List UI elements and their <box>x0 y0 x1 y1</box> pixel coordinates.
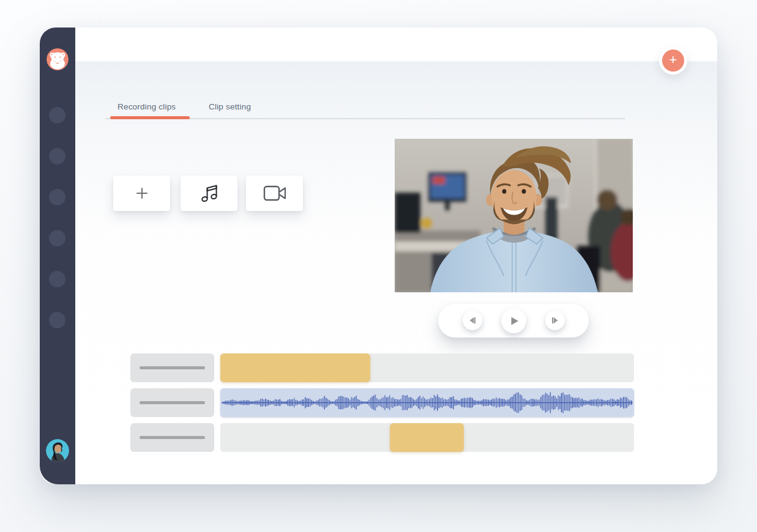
timeline-clip[interactable] <box>220 353 370 382</box>
app-logo[interactable] <box>47 48 69 70</box>
play-icon <box>508 315 520 327</box>
app-window: + Recording clips Clip setting <box>40 28 717 484</box>
skip-forward-button[interactable] <box>545 311 565 330</box>
sidebar-item-5[interactable] <box>49 271 65 287</box>
tab-clip-setting[interactable]: Clip setting <box>209 102 251 116</box>
active-tab-indicator <box>110 116 190 119</box>
user-avatar[interactable] <box>46 439 69 462</box>
music-note-icon <box>198 182 220 204</box>
timeline <box>130 353 634 452</box>
plus-icon <box>135 187 149 200</box>
sidebar <box>40 28 75 484</box>
track-handle-bar <box>140 366 205 369</box>
skip-back-icon <box>468 316 477 325</box>
playback-controls <box>438 304 589 338</box>
user-avatar-photo <box>46 439 69 462</box>
track-lane <box>220 388 634 417</box>
video-preview <box>395 139 633 292</box>
page: + Recording clips Clip setting <box>0 0 757 532</box>
play-button[interactable] <box>501 308 526 333</box>
plus-icon: + <box>662 50 684 72</box>
audio-waveform-clip[interactable] <box>220 388 634 417</box>
timeline-track-1 <box>130 353 634 382</box>
sidebar-item-1[interactable] <box>49 107 65 124</box>
video-still-image <box>395 139 633 292</box>
skip-forward-icon <box>550 316 560 325</box>
tab-recording-clips[interactable]: Recording clips <box>117 102 176 116</box>
track-lane <box>220 353 634 382</box>
track-label[interactable] <box>130 388 214 417</box>
timeline-clip[interactable] <box>390 423 464 452</box>
track-lane <box>220 423 634 452</box>
track-handle-bar <box>140 401 205 404</box>
track-label[interactable] <box>130 353 214 382</box>
video-camera-icon <box>263 184 287 202</box>
track-label[interactable] <box>130 423 214 452</box>
top-bar <box>75 28 717 61</box>
sidebar-item-2[interactable] <box>49 148 65 164</box>
track-handle-bar <box>140 436 205 439</box>
add-button[interactable]: + <box>659 46 687 75</box>
monkey-mascot-icon <box>47 48 69 70</box>
add-clip-button[interactable] <box>113 175 170 211</box>
timeline-track-3 <box>130 423 634 452</box>
add-video-button[interactable] <box>246 175 303 211</box>
timeline-track-2 <box>130 388 634 417</box>
sidebar-item-6[interactable] <box>49 312 65 328</box>
add-music-button[interactable] <box>181 175 237 211</box>
waveform-graphic <box>220 388 634 417</box>
sidebar-item-4[interactable] <box>49 230 65 246</box>
skip-back-button[interactable] <box>463 311 482 330</box>
sidebar-item-3[interactable] <box>49 189 65 205</box>
